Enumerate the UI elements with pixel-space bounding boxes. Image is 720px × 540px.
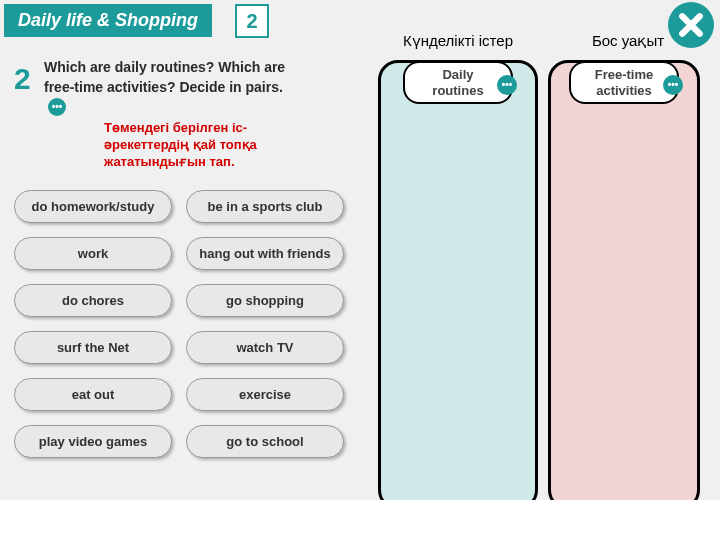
- drop-zone-2-header: Free-time activities •••: [569, 61, 679, 104]
- question-text: Which are daily routines? Which are free…: [44, 58, 294, 117]
- instruction-text: Төмендегі берілген іс-әрекеттердің қай т…: [104, 120, 304, 171]
- activity-pill[interactable]: do chores: [14, 284, 172, 317]
- activity-pill[interactable]: exercise: [186, 378, 344, 411]
- question-prompt: Which are daily routines? Which are free…: [44, 59, 285, 95]
- unit-number-badge: 2: [235, 4, 269, 38]
- draggable-items-grid: do homework/study be in a sports club wo…: [14, 190, 344, 458]
- activity-pill[interactable]: go to school: [186, 425, 344, 458]
- ellipsis-icon[interactable]: •••: [663, 75, 683, 95]
- activity-pill[interactable]: go shopping: [186, 284, 344, 317]
- drop-zone-1-title: Daily routines: [432, 67, 483, 98]
- drop-zone-daily-routines[interactable]: Daily routines •••: [378, 60, 538, 510]
- unit-title-bar: Daily life & Shopping: [4, 4, 212, 37]
- activity-pill[interactable]: work: [14, 237, 172, 270]
- audio-icon[interactable]: •••: [48, 98, 66, 116]
- ellipsis-icon[interactable]: •••: [497, 75, 517, 95]
- drop-zone-1-header: Daily routines •••: [403, 61, 513, 104]
- drop-zone-2-label: Бос уақыт: [558, 32, 698, 50]
- bottom-overlay: [0, 500, 720, 540]
- question-number: 2: [14, 62, 31, 96]
- drop-zone-2-title: Free-time activities: [595, 67, 654, 98]
- activity-pill[interactable]: eat out: [14, 378, 172, 411]
- drop-zone-1-label: Күнделікті істер: [378, 32, 538, 50]
- activity-pill[interactable]: be in a sports club: [186, 190, 344, 223]
- drop-zone-free-time[interactable]: Free-time activities •••: [548, 60, 700, 510]
- activity-pill[interactable]: play video games: [14, 425, 172, 458]
- activity-pill[interactable]: hang out with friends: [186, 237, 344, 270]
- activity-pill[interactable]: surf the Net: [14, 331, 172, 364]
- activity-pill[interactable]: watch TV: [186, 331, 344, 364]
- activity-pill[interactable]: do homework/study: [14, 190, 172, 223]
